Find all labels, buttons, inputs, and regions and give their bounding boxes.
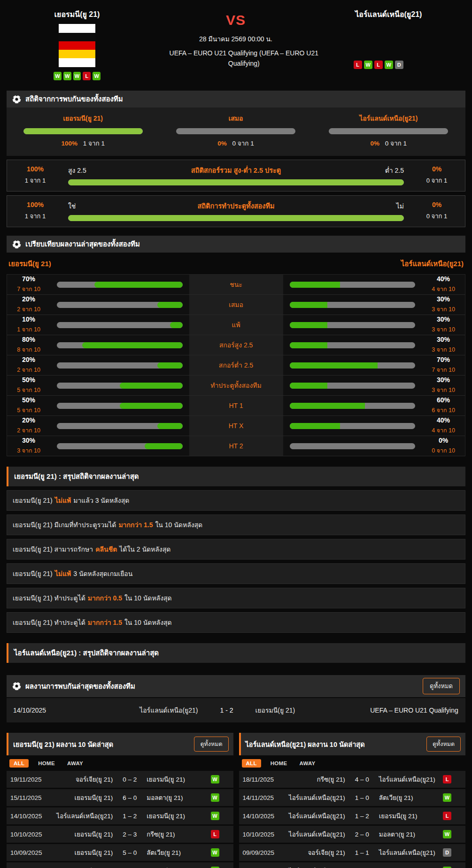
comparison-away-percent: 60% bbox=[422, 396, 465, 404]
stat-count: 1 จาก 1 bbox=[14, 211, 57, 221]
filter-tab[interactable]: ALL bbox=[9, 759, 29, 768]
match-away-team: ลัตเวีย(ยู 21) bbox=[142, 847, 210, 858]
comparison-home-fill bbox=[145, 443, 182, 449]
comparison-home-percent: 20% bbox=[7, 416, 50, 424]
comparison-away-bar bbox=[290, 362, 416, 369]
comparison-team-labels: เยอรมนี(ยู 21) ไอร์แลนด์เหนือ(ยู21) bbox=[7, 253, 465, 274]
match-score: 6 – 0 bbox=[117, 794, 142, 801]
comparison-away-fill bbox=[290, 383, 327, 389]
comparison-home-stats: 10% 1 จาก 10 bbox=[7, 315, 50, 334]
summary-row: เยอรมนี(ยู 21) สามารถรักษา คลีนชีต ได้ใน… bbox=[7, 539, 465, 560]
filter-tab[interactable]: HOME bbox=[268, 759, 290, 768]
h2h-stat-row: 100% 1 จาก 1 สูง 2.5 สถิติสกอร์รวม สูง-ต… bbox=[7, 160, 465, 192]
summary-text: เยอรมนี(ยู 21) ทำประตูได้ bbox=[13, 617, 85, 628]
comparison-home-bar bbox=[57, 302, 183, 308]
comparison-home-count: 2 จาก 10 bbox=[7, 305, 50, 314]
view-all-button[interactable]: ดูทั้งหมด bbox=[426, 737, 461, 752]
comparison-row-label: HT X bbox=[189, 416, 283, 436]
filter-tab[interactable]: ALL bbox=[242, 759, 261, 768]
recent-match-row[interactable]: 14/10/2025 ไอร์แลนด์เหนือ(ยู21) 1 – 2 เย… bbox=[7, 807, 233, 824]
comparison-away-percent: 0% bbox=[422, 437, 465, 444]
form-result-badge: L bbox=[83, 72, 91, 80]
match-away-team: เยอรมนี(ยู 21) bbox=[142, 866, 210, 868]
summary-row: เยอรมนี(ยู 21) ทำประตูได้ มากกว่า 1.5 ใน… bbox=[7, 612, 465, 633]
recent-match-row[interactable]: 10/09/2025 เยอรมนี(ยู 21) 5 – 0 ลัตเวีย(… bbox=[7, 844, 233, 861]
stat-row-labels: สูง 2.5 สถิติสกอร์รวม สูง-ต่ำ 2.5 ประตู … bbox=[68, 165, 404, 176]
stat-percent: 0% bbox=[415, 165, 458, 173]
vs-label: VS bbox=[159, 12, 312, 28]
h2h-column-label: ไอร์แลนด์เหนือ(ยู21) bbox=[312, 113, 465, 123]
recent-match-row[interactable]: 15/11/2025 เยอรมนี(ยู 21) 6 – 0 มอลตา(ยู… bbox=[7, 789, 233, 806]
recent-match-row[interactable]: 05/09/2025 แอลเบเนีย(ยู 21) 0 – 2 เยอรมน… bbox=[7, 862, 233, 868]
stat-row-labels: ใช่ สถิติการทำประตูทั้งสองทีม ไม่ bbox=[68, 200, 404, 211]
recent-match-row[interactable]: 14/10/2025 ไอร์แลนด์เหนือ(ยู21) 1 – 2 เย… bbox=[239, 807, 466, 824]
comparison-row-label: ชนะ bbox=[189, 275, 283, 294]
comparison-away-stats: 30% 3 จาก 10 bbox=[422, 315, 465, 334]
h2h-progress-fill bbox=[23, 128, 143, 134]
section-title: เปรียบเทียบผลงานล่าสุดของทั้งสองทีม bbox=[25, 238, 140, 250]
match-home-team: แอลเบเนีย(ยู 21) bbox=[49, 866, 117, 868]
stat-count: 0 จาก 1 bbox=[415, 211, 458, 221]
comparison-home-percent: 20% bbox=[7, 356, 50, 363]
summary-row: เยอรมนี(ยู 21) มีเกมที่ทำประตูรวมได้ มาก… bbox=[7, 515, 465, 535]
comparison-away-count: 3 จาก 10 bbox=[422, 345, 465, 354]
comparison-home-count: 2 จาก 10 bbox=[7, 426, 50, 435]
recent-match-row[interactable]: 14/11/2025 ไอร์แลนด์เหนือ(ยู21) 1 – 0 ลั… bbox=[239, 789, 466, 806]
comparison-home-stats: 30% 3 จาก 10 bbox=[7, 437, 50, 455]
comparison-home-stats: 50% 5 จาก 10 bbox=[7, 396, 50, 415]
recent-match-row[interactable]: 18/11/2025 กรีซ(ยู 21) 4 – 0 ไอร์แลนด์เห… bbox=[239, 771, 466, 788]
match-result-badge: L bbox=[443, 812, 451, 820]
view-all-button[interactable]: ดูทั้งหมด bbox=[423, 678, 460, 694]
filter-tab[interactable]: AWAY bbox=[64, 759, 86, 768]
form-result-badge: L bbox=[374, 61, 383, 69]
comparison-away-fill bbox=[290, 342, 327, 348]
comparison-home-stats: 20% 2 จาก 10 bbox=[7, 416, 50, 435]
stat-row-middle: สูง 2.5 สถิติสกอร์รวม สูง-ต่ำ 2.5 ประตู … bbox=[57, 165, 415, 185]
form-result-badge: W bbox=[73, 72, 81, 80]
comparison-row-label: HT 2 bbox=[189, 436, 283, 456]
stat-percent: 100% bbox=[14, 165, 57, 173]
away-form-badges: L W L W D bbox=[354, 61, 465, 69]
match-score: 4 – 0 bbox=[350, 776, 374, 783]
comparison-away-bar bbox=[290, 322, 416, 328]
recent-match-row[interactable]: 25/03/2025 ไอร์แลนด์เหนือ(ยู21) 1 – 0 อุ… bbox=[239, 862, 466, 868]
view-all-button[interactable]: ดูทั้งหมด bbox=[194, 737, 228, 752]
match-home-team: ไอร์แลนด์เหนือ(ยู21) bbox=[84, 705, 210, 715]
h2h-match-row[interactable]: 14/10/2025 ไอร์แลนด์เหนือ(ยู21) 1 - 2 เย… bbox=[7, 698, 465, 722]
comparison-home-count: 8 จาก 10 bbox=[7, 345, 50, 354]
summary-text: เยอรมนี(ยู 21) สามารถรักษา bbox=[13, 544, 93, 554]
away-recent-panel: ไอร์แลนด์เหนือ(ยู21) ผลงาน 10 นัดล่าสุด … bbox=[239, 733, 466, 868]
comparison-away-percent: 30% bbox=[422, 336, 465, 343]
recent-match-row[interactable]: 19/11/2025 จอร์เจีย(ยู 21) 0 – 2 เยอรมนี… bbox=[7, 771, 233, 788]
comparison-home-bar bbox=[57, 383, 183, 389]
comparison-away-percent: 30% bbox=[422, 376, 465, 384]
home-recent-header: เยอรมนี(ยู 21) ผลงาน 10 นัดล่าสุด ดูทั้ง… bbox=[7, 733, 233, 755]
comparison-row-label: สกอร์สูง 2.5 bbox=[189, 335, 283, 355]
stat-progress-fill bbox=[68, 215, 404, 221]
summary-text: เยอรมนี(ยู 21) ทำประตูได้ bbox=[13, 593, 85, 603]
summary-text: ใน 10 นัดหลังสุด bbox=[155, 520, 203, 530]
match-away-team: เยอรมนี(ยู 21) bbox=[142, 811, 210, 821]
recent-match-row[interactable]: 10/10/2025 ไอร์แลนด์เหนือ(ยู21) 2 – 0 มอ… bbox=[239, 826, 466, 843]
h2h-stat-column: เสมอ 0% 0 จาก 1 bbox=[159, 113, 312, 148]
filter-tab[interactable]: HOME bbox=[35, 759, 58, 768]
summary-text: ใน 10 นัดหลังสุด bbox=[124, 593, 172, 603]
filter-tab[interactable]: AWAY bbox=[296, 759, 318, 768]
match-date: 15/11/2025 bbox=[10, 794, 49, 801]
form-result-badge: W bbox=[54, 72, 62, 80]
comparison-home-count: 7 จาก 10 bbox=[7, 284, 50, 294]
h2h-column-label: เสมอ bbox=[159, 113, 312, 123]
h2h-stat-row: 100% 1 จาก 1 ใช่ สถิติการทำประตูทั้งสองท… bbox=[7, 195, 465, 227]
comparison-row-label: แพ้ bbox=[189, 315, 283, 335]
summary-text: 3 นัดหลังสุดเกมเยือน bbox=[73, 568, 132, 579]
comparison-away-stats: 30% 3 จาก 10 bbox=[422, 376, 465, 395]
match-home-team: ไอร์แลนด์เหนือ(ยู21) bbox=[281, 829, 350, 839]
match-date: 14/10/2025 bbox=[243, 813, 281, 820]
match-score: 1 – 0 bbox=[350, 794, 374, 801]
recent-match-row[interactable]: 10/10/2025 เยอรมนี(ยู 21) 2 – 3 กรีซ(ยู … bbox=[7, 826, 233, 843]
match-score: 2 – 3 bbox=[117, 831, 142, 838]
recent-match-row[interactable]: 09/09/2025 จอร์เจีย(ยู 21) 1 – 1 ไอร์แลน… bbox=[239, 844, 466, 861]
comparison-row: 10% 1 จาก 10 แพ้ 30% 3 จาก 10 bbox=[7, 315, 465, 335]
away-match-list: 18/11/2025 กรีซ(ยู 21) 4 – 0 ไอร์แลนด์เห… bbox=[239, 771, 466, 868]
form-result-badge: W bbox=[385, 61, 393, 69]
